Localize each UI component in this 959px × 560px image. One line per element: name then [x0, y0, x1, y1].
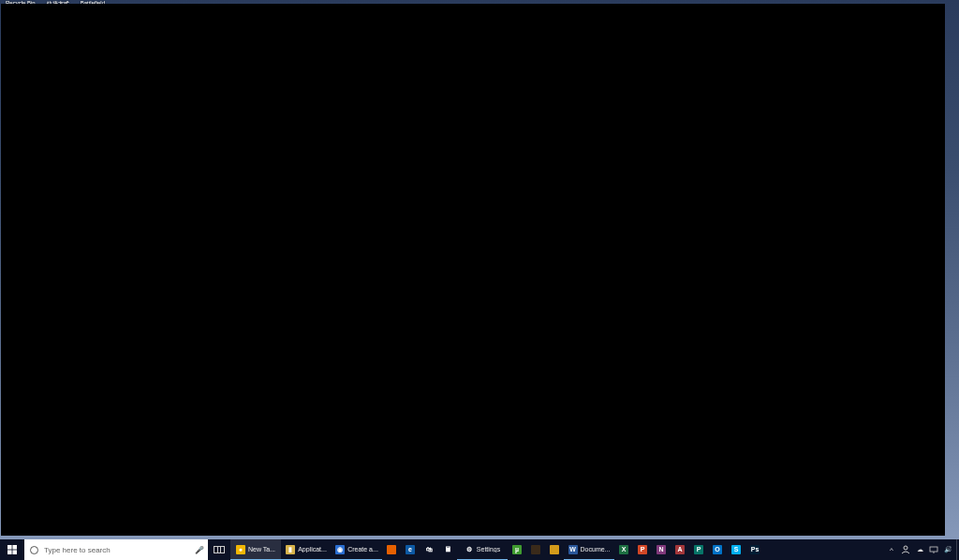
- taskbar: Type here to search 🎤 ●New Ta...▮Applica…: [0, 539, 959, 560]
- skype-icon: S: [731, 545, 741, 554]
- taskbar-item-label: New Ta...: [248, 546, 275, 553]
- taskbar-item-onenote[interactable]: N: [652, 539, 671, 560]
- system-tray: ^ ☁ 🔊: [883, 539, 956, 560]
- application-icon: ▮: [286, 545, 295, 554]
- app-a-icon: [531, 545, 540, 554]
- svg-rect-3: [12, 550, 17, 554]
- calculator-icon: 🖩: [443, 545, 452, 554]
- firefox-icon: [387, 545, 396, 554]
- publisher-icon: P: [694, 545, 703, 554]
- taskbar-item-label: Settings: [477, 546, 500, 553]
- word-icon: W: [568, 545, 578, 554]
- taskbar-item-photoshop[interactable]: Ps: [745, 539, 764, 560]
- cloud-icon[interactable]: ☁: [915, 545, 924, 554]
- onenote-icon: N: [657, 545, 666, 554]
- taskbar-item-label: Docume...: [581, 546, 611, 553]
- taskbar-item-powerpoint[interactable]: P: [633, 539, 652, 560]
- windows-logo-icon: [7, 545, 17, 554]
- taskbar-item-label: Applicat...: [298, 546, 327, 553]
- excel-icon: X: [619, 545, 628, 554]
- outlook-icon: O: [713, 545, 722, 554]
- taskbar-item-word[interactable]: W Docume...: [564, 539, 614, 560]
- taskbar-item-application[interactable]: ▮Applicat...: [281, 539, 332, 560]
- tray-overflow-chevron-icon[interactable]: ^: [887, 545, 896, 554]
- taskbar-item-access[interactable]: A: [671, 539, 689, 560]
- powerpoint-icon: P: [638, 545, 647, 554]
- taskbar-item-publisher[interactable]: P: [689, 539, 708, 560]
- task-view-button[interactable]: [208, 539, 230, 560]
- taskbar-item-app-a[interactable]: [526, 539, 545, 560]
- taskbar-item-new-tab-chrome[interactable]: ●New Ta...: [230, 539, 281, 560]
- search-placeholder: Type here to search: [44, 546, 195, 554]
- cortana-icon: [30, 546, 38, 554]
- access-icon: A: [675, 545, 685, 554]
- taskbar-item-outlook[interactable]: O: [708, 539, 727, 560]
- volume-icon[interactable]: 🔊: [943, 545, 952, 554]
- taskbar-item-calculator[interactable]: 🖩: [438, 539, 457, 560]
- taskbar-spacer: [764, 539, 883, 560]
- svg-rect-0: [7, 545, 12, 550]
- taskbar-item-excel[interactable]: X: [614, 539, 633, 560]
- utorrent-icon: µ: [512, 545, 522, 554]
- taskbar-item-settings[interactable]: ⚙ Settings: [457, 539, 508, 560]
- svg-rect-1: [12, 545, 17, 550]
- svg-point-4: [904, 546, 907, 550]
- taskbar-item-label: Create a...: [347, 546, 378, 553]
- edge-icon: e: [406, 545, 415, 554]
- new-tab-chrome-icon: ●: [236, 545, 245, 554]
- taskbar-item-edge[interactable]: e: [401, 539, 420, 560]
- network-icon[interactable]: [929, 545, 938, 554]
- microphone-icon[interactable]: 🎤: [195, 546, 202, 554]
- taskbar-item-app-b[interactable]: [545, 539, 564, 560]
- foreground-black-window[interactable]: [1, 4, 945, 536]
- people-icon[interactable]: [901, 545, 910, 554]
- svg-rect-5: [930, 547, 937, 552]
- search-box[interactable]: Type here to search 🎤: [24, 539, 208, 560]
- create-a-icon: ◉: [335, 545, 345, 554]
- svg-rect-2: [7, 550, 12, 554]
- task-view-icon: [214, 546, 225, 553]
- taskbar-item-utorrent[interactable]: µ: [508, 539, 526, 560]
- app-b-icon: [550, 545, 559, 554]
- start-button[interactable]: [0, 539, 24, 560]
- taskbar-item-store[interactable]: 🛍: [420, 539, 438, 560]
- taskbar-item-skype[interactable]: S: [727, 539, 745, 560]
- photoshop-icon: Ps: [750, 545, 760, 554]
- store-icon: 🛍: [424, 545, 434, 554]
- taskbar-item-create-a[interactable]: ◉Create a...: [332, 539, 382, 560]
- taskbar-item-firefox[interactable]: [382, 539, 401, 560]
- gear-icon: ⚙: [465, 545, 474, 554]
